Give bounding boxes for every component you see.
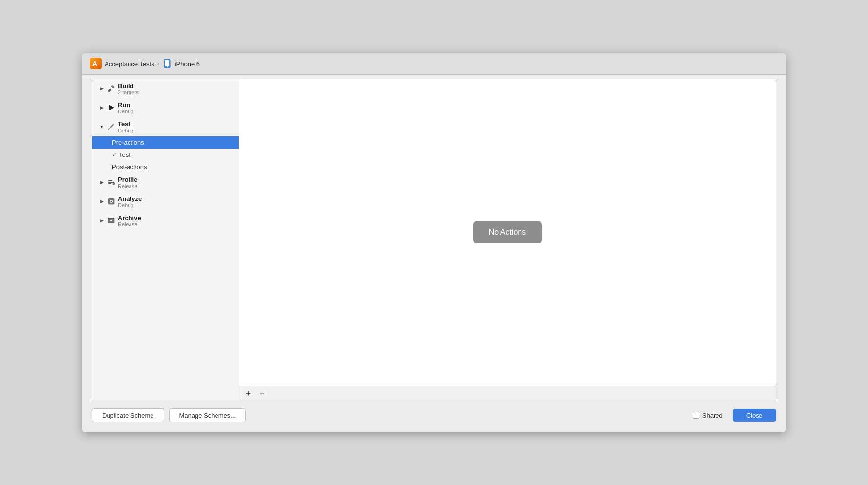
test-subtitle: Debug — [118, 128, 133, 133]
svg-point-16 — [111, 201, 112, 202]
app-name-label: Acceptance Tests — [105, 60, 154, 67]
add-action-button[interactable]: + — [243, 389, 254, 398]
build-expander-icon[interactable]: ▶ — [98, 85, 105, 92]
sidebar-item-pre-actions[interactable]: Pre-actions — [92, 136, 239, 149]
no-actions-button: No Actions — [473, 221, 542, 243]
test-wrench-icon — [107, 122, 116, 131]
build-title: Build — [118, 82, 139, 89]
analyze-icon — [107, 197, 116, 206]
archive-title: Archive — [118, 214, 141, 221]
profile-subtitle: Release — [118, 183, 137, 189]
svg-rect-19 — [110, 220, 112, 221]
shared-checkbox-area: Shared — [693, 412, 723, 419]
sidebar-item-post-actions[interactable]: Post-actions — [92, 161, 239, 173]
analyze-title: Analyze — [118, 195, 142, 202]
shared-checkbox[interactable] — [693, 412, 699, 419]
svg-rect-6 — [108, 88, 112, 92]
sidebar-item-analyze[interactable]: ▶ Analyze Debug — [92, 192, 239, 211]
device-name-label: iPhone 6 — [175, 60, 200, 67]
sidebar-item-run[interactable]: ▶ Run Debug — [92, 98, 239, 117]
svg-marker-8 — [109, 105, 114, 110]
bottom-left-buttons: Duplicate Scheme Manage Schemes... — [92, 408, 246, 422]
test-checkmark-icon: ✓ — [112, 151, 117, 158]
sidebar-item-archive[interactable]: ▶ Archive Release — [92, 211, 239, 230]
manage-schemes-button[interactable]: Manage Schemes... — [169, 408, 246, 422]
xcode-logo-icon: A — [90, 58, 102, 69]
bottom-buttons-bar: Duplicate Scheme Manage Schemes... Share… — [92, 401, 776, 424]
bottom-right-area: Shared Close — [693, 409, 776, 422]
test-expander-icon[interactable]: ▼ — [98, 123, 105, 130]
build-subtitle: 2 targets — [118, 89, 139, 95]
pre-actions-label: Pre-actions — [112, 139, 144, 146]
device-icon — [162, 59, 172, 68]
svg-rect-18 — [108, 218, 114, 219]
remove-action-button[interactable]: − — [257, 389, 268, 398]
analyze-subtitle: Debug — [118, 202, 142, 208]
run-subtitle: Debug — [118, 109, 133, 114]
svg-rect-4 — [165, 60, 169, 66]
svg-point-5 — [167, 66, 168, 67]
titlebar: A Acceptance Tests › iPhone 6 — [82, 53, 786, 75]
close-button[interactable]: Close — [733, 409, 776, 422]
right-panel: No Actions + − — [239, 79, 776, 401]
profile-icon — [107, 178, 116, 187]
post-actions-label: Post-actions — [112, 163, 147, 171]
build-hammer-icon — [107, 84, 116, 93]
breadcrumb-chevron: › — [157, 60, 159, 67]
add-remove-bar: + − — [239, 386, 776, 401]
sidebar-item-build[interactable]: ▶ Build 2 targets — [92, 79, 239, 98]
sidebar-item-test-child[interactable]: ✓ Test — [92, 149, 239, 161]
sidebar: ▶ Build 2 targets ▶ — [92, 79, 239, 401]
right-content-area: No Actions — [239, 79, 776, 386]
run-expander-icon[interactable]: ▶ — [98, 104, 105, 111]
main-window: A Acceptance Tests › iPhone 6 ▶ — [82, 53, 786, 432]
shared-label: Shared — [702, 412, 723, 419]
test-title: Test — [118, 120, 133, 128]
profile-title: Profile — [118, 176, 137, 183]
analyze-expander-icon[interactable]: ▶ — [98, 198, 105, 205]
test-child-label: Test — [119, 151, 130, 158]
run-title: Run — [118, 101, 133, 109]
profile-expander-icon[interactable]: ▶ — [98, 179, 105, 186]
svg-rect-7 — [111, 85, 114, 88]
svg-text:A: A — [92, 60, 97, 67]
archive-subtitle: Release — [118, 221, 141, 227]
svg-rect-9 — [108, 128, 110, 130]
svg-rect-12 — [108, 183, 111, 184]
archive-icon — [107, 216, 116, 225]
main-area: ▶ Build 2 targets ▶ — [82, 75, 786, 432]
sidebar-item-test[interactable]: ▼ Test Debug — [92, 117, 239, 136]
archive-expander-icon[interactable]: ▶ — [98, 217, 105, 224]
svg-rect-10 — [108, 180, 112, 181]
run-play-icon — [107, 103, 116, 112]
sidebar-item-profile[interactable]: ▶ Profile Release — [92, 173, 239, 192]
duplicate-scheme-button[interactable]: Duplicate Scheme — [92, 408, 164, 422]
svg-point-13 — [113, 183, 115, 185]
content-panel: ▶ Build 2 targets ▶ — [92, 79, 776, 401]
